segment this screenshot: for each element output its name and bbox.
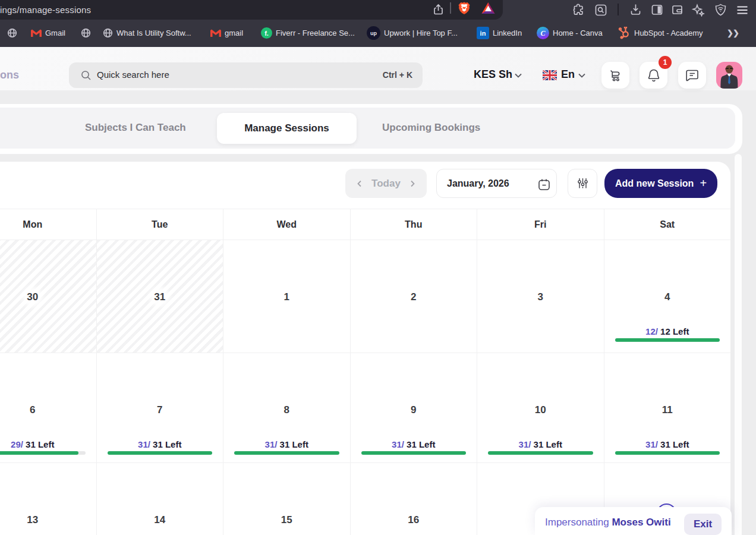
svg-text:f.: f. [264,30,269,37]
svg-text:C: C [540,29,546,37]
svg-text:in: in [480,30,486,37]
svg-text:up: up [370,30,377,36]
